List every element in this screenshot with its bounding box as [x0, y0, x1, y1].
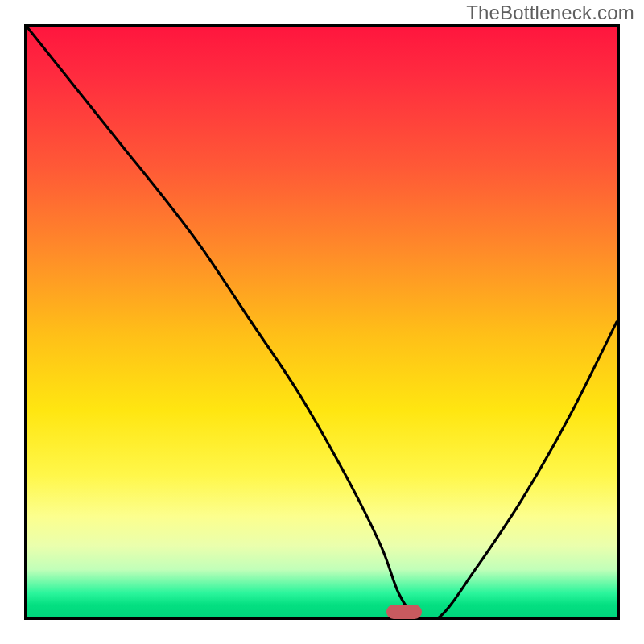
watermark-text: TheBottleneck.com — [466, 2, 634, 24]
curve-path — [27, 27, 617, 617]
plot-frame — [24, 24, 620, 620]
optimal-marker — [386, 605, 422, 619]
bottleneck-curve — [27, 27, 617, 617]
chart-container: TheBottleneck.com — [0, 0, 644, 644]
